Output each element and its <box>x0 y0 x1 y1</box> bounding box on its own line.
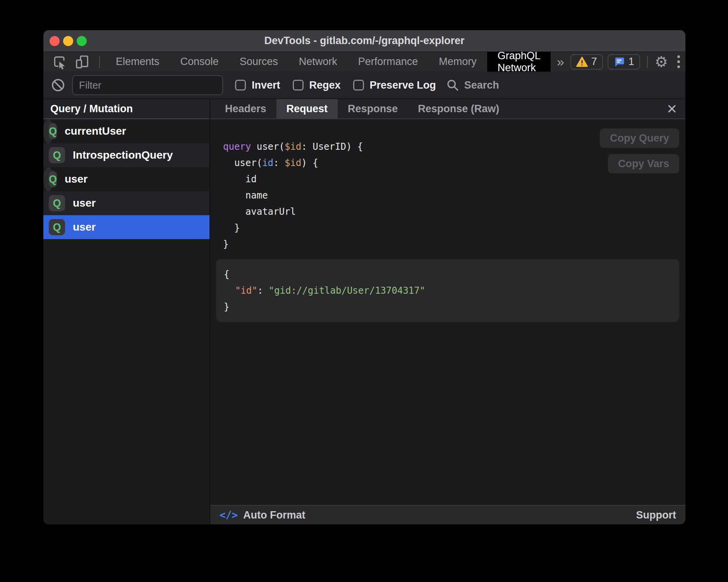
tab-network[interactable]: Network <box>288 52 348 72</box>
tab-elements[interactable]: Elements <box>105 52 170 72</box>
list-item-user-1[interactable]: Q user <box>43 167 53 191</box>
filter-input[interactable] <box>72 75 223 95</box>
search-label: Search <box>464 79 499 91</box>
warning-icon <box>576 56 588 67</box>
tab-request[interactable]: Request <box>276 99 338 118</box>
copy-buttons: Copy Query Copy Vars <box>600 128 679 173</box>
preserve-log-checkbox[interactable] <box>353 80 364 91</box>
device-toolbar-icon[interactable] <box>74 54 90 70</box>
list-item-label: user <box>65 173 88 185</box>
tab-console[interactable]: Console <box>170 52 229 72</box>
preserve-log-label: Preserve Log <box>370 79 436 91</box>
query-type-badge: Q <box>49 195 65 211</box>
request-body: query user($id: UserID) { user(id: $id) … <box>210 119 685 505</box>
search-icon <box>446 79 459 92</box>
request-detail-panel: Headers Request Response Response (Raw) … <box>210 99 685 524</box>
query-sidebar: Query / Mutation Q currentUser Q Introsp… <box>43 99 210 524</box>
tab-sources[interactable]: Sources <box>229 52 288 72</box>
close-panel-icon[interactable]: × <box>664 100 680 117</box>
filter-bar: Invert Regex Preserve Log Search <box>43 72 685 99</box>
toolbar-icons <box>43 52 102 72</box>
copy-query-button[interactable]: Copy Query <box>600 128 679 148</box>
query-type-badge: Q <box>49 219 65 235</box>
list-item-label: currentUser <box>65 125 126 137</box>
code-brackets-icon: </> <box>220 509 238 521</box>
devtools-window: DevTools - gitlab.com/-/graphql-explorer… <box>43 30 685 524</box>
detail-tabs: Headers Request Response Response (Raw) … <box>210 99 685 119</box>
copy-vars-button[interactable]: Copy Vars <box>608 154 679 173</box>
graphql-variables-box: { "id": "gid://gitlab/User/13704317"} <box>216 259 679 322</box>
invert-checkbox[interactable] <box>235 80 246 91</box>
tab-response-raw[interactable]: Response (Raw) <box>408 99 509 118</box>
regex-checkbox-item[interactable]: Regex <box>293 79 341 91</box>
query-type-badge: Q <box>49 123 57 139</box>
invert-label: Invert <box>252 79 280 91</box>
traffic-lights <box>50 30 87 51</box>
tab-performance[interactable]: Performance <box>348 52 429 72</box>
warning-count: 7 <box>591 56 597 68</box>
title-bar: DevTools - gitlab.com/-/graphql-explorer <box>43 30 685 52</box>
warnings-badge[interactable]: 7 <box>570 54 603 70</box>
auto-format-button[interactable]: </> Auto Format <box>220 509 305 521</box>
support-link[interactable]: Support <box>636 509 676 521</box>
clear-icon[interactable] <box>51 78 65 92</box>
sidebar-empty-area <box>43 239 209 524</box>
search-toggle[interactable]: Search <box>446 79 499 92</box>
toolbar-right: 7 1 ⚙ <box>570 52 685 72</box>
minimize-window-button[interactable] <box>63 36 73 46</box>
list-item-label: user <box>73 221 96 233</box>
regex-checkbox[interactable] <box>293 80 304 91</box>
sidebar-header: Query / Mutation <box>43 99 209 119</box>
issues-badge[interactable]: 1 <box>608 54 640 70</box>
invert-checkbox-item[interactable]: Invert <box>235 79 280 91</box>
more-tabs-button[interactable]: » <box>551 52 570 72</box>
list-item-currentuser[interactable]: Q currentUser <box>43 119 53 143</box>
list-item-label: IntrospectionQuery <box>73 149 173 161</box>
panel-footer: </> Auto Format Support <box>210 505 685 524</box>
auto-format-label: Auto Format <box>243 509 305 521</box>
settings-gear-icon[interactable]: ⚙ <box>655 55 668 69</box>
toolbar-separator <box>99 56 100 68</box>
list-item-user-2[interactable]: Q user <box>43 191 209 215</box>
filter-checkboxes: Invert Regex Preserve Log <box>235 79 436 91</box>
toolbar-right-separator <box>647 56 648 68</box>
issues-count: 1 <box>628 56 634 68</box>
kebab-menu-icon[interactable] <box>673 55 685 68</box>
tab-memory[interactable]: Memory <box>428 52 487 72</box>
content-area: Query / Mutation Q currentUser Q Introsp… <box>43 99 685 524</box>
query-type-badge: Q <box>49 147 65 163</box>
window-title: DevTools - gitlab.com/-/graphql-explorer <box>264 35 464 47</box>
tab-graphql-network[interactable]: GraphQL Network <box>487 52 551 72</box>
preserve-log-checkbox-item[interactable]: Preserve Log <box>353 79 436 91</box>
close-window-button[interactable] <box>50 36 60 46</box>
tab-headers[interactable]: Headers <box>215 99 276 118</box>
query-type-badge: Q <box>49 171 57 187</box>
zoom-window-button[interactable] <box>77 36 87 46</box>
message-icon <box>613 56 625 68</box>
list-item-label: user <box>73 197 96 209</box>
inspect-element-icon[interactable] <box>52 54 67 70</box>
main-tabs: Elements Console Sources Network Perform… <box>105 52 551 72</box>
regex-label: Regex <box>309 79 341 91</box>
list-item-user-3-selected[interactable]: Q user <box>43 215 209 239</box>
devtools-tab-bar: Elements Console Sources Network Perform… <box>43 52 685 72</box>
list-item-introspectionquery[interactable]: Q IntrospectionQuery <box>43 143 209 167</box>
tab-response[interactable]: Response <box>338 99 408 118</box>
